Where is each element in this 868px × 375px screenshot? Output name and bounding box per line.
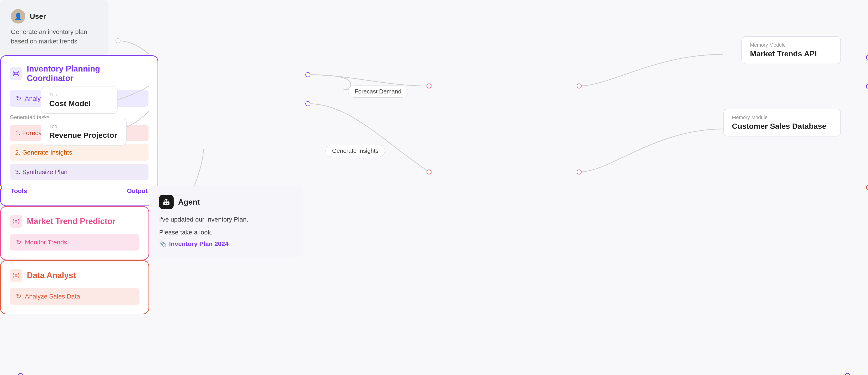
analyze-text: Analyze Sales Data [25,293,80,300]
cost-model-node: Tool Cost Model [41,86,118,114]
svg-point-0 [116,38,120,43]
svg-point-10 [167,203,168,204]
svg-point-5 [577,84,581,88]
task-3: 3. Synthesize Plan [10,164,149,180]
generate-insights-edge-label: Generate Insights [326,145,385,157]
customer-sales-db-name: Customer Sales Database [732,122,832,131]
coord-dot-right-top [866,55,868,60]
coordinator-header: Inventory Planning Coordinator [10,64,149,83]
user-node: 👤 User Generate an inventory plan based … [0,0,108,55]
canvas: 👤 User Generate an inventory plan based … [0,0,868,375]
spin-icon-coordinator: ↻ [16,95,21,102]
svg-point-2 [306,102,310,106]
coord-dot-bottom-right [845,373,850,375]
tool-label-cost: Tool [49,92,109,98]
market-trends-api-name: Market Trends API [750,49,832,58]
data-analyst-header: Data Analyst [10,269,140,282]
memory-label-1: Memory Module [750,42,832,48]
task-2: 2. Generate Insights [10,144,149,161]
svg-point-1 [306,73,310,77]
data-analyst-icon [10,269,22,282]
user-avatar: 👤 [11,9,25,24]
data-analyst-node: Data Analyst ↻ Analyze Sales Data [0,260,149,314]
market-trend-title: Market Trend Predictor [27,217,116,226]
agent-message2: Please take a look. [159,227,293,238]
svg-point-7 [15,73,17,75]
footer-output: Output [127,188,148,195]
svg-point-4 [427,170,431,174]
coordinator-title: Inventory Planning Coordinator [27,64,149,83]
market-trend-header: Market Trend Predictor [10,215,140,228]
tool-label-revenue: Tool [49,123,118,129]
agent-link[interactable]: 📎 Inventory Plan 2024 [159,240,293,248]
cost-model-name: Cost Model [49,99,109,108]
user-label: User [30,12,46,21]
user-header: 👤 User [11,9,98,24]
attachment-icon: 📎 [159,240,166,248]
coordinator-footer: Tools Output [10,188,149,195]
agent-message1: I've updated our Inventory Plan. [159,214,293,225]
coord-dot-bottom-left [18,373,23,375]
customer-sales-db-node: Memory Module Customer Sales Database [723,109,841,137]
agent-icon [159,195,174,209]
monitor-trends-bar: ↻ Monitor Trends [10,234,140,251]
market-trend-icon [10,215,22,228]
svg-rect-8 [163,202,169,205]
agent-header: Agent [159,195,293,209]
market-trend-node: Market Trend Predictor ↻ Monitor Trends [0,206,149,260]
data-analyst-title: Data Analyst [27,271,76,280]
svg-point-11 [15,221,17,222]
market-trends-api-node: Memory Module Market Trends API [741,36,841,64]
coordinator-icon [10,67,22,80]
memory-label-2: Memory Module [732,115,832,120]
svg-point-9 [165,203,166,204]
footer-tools: Tools [11,188,27,195]
coord-dot-right-bottom [866,84,868,89]
da-dot-right [866,185,868,190]
revenue-projector-node: Tool Revenue Projector [41,118,127,146]
agent-link-text: Inventory Plan 2024 [169,240,228,248]
analyze-bar: ↻ Analyze Sales Data [10,288,140,305]
revenue-projector-name: Revenue Projector [49,131,118,140]
spin-icon-analyst: ↻ [16,293,21,300]
agent-node: Agent I've updated our Inventory Plan. P… [149,185,303,257]
spin-icon-market: ↻ [16,238,21,246]
user-message: Generate an inventory plan based on mark… [11,27,98,46]
svg-point-6 [577,170,581,174]
forecast-demand-edge-label: Forecast Demand [348,86,408,97]
agent-label: Agent [178,198,200,206]
monitor-trends-text: Monitor Trends [25,239,67,246]
svg-point-3 [427,84,431,88]
svg-point-12 [15,275,17,276]
